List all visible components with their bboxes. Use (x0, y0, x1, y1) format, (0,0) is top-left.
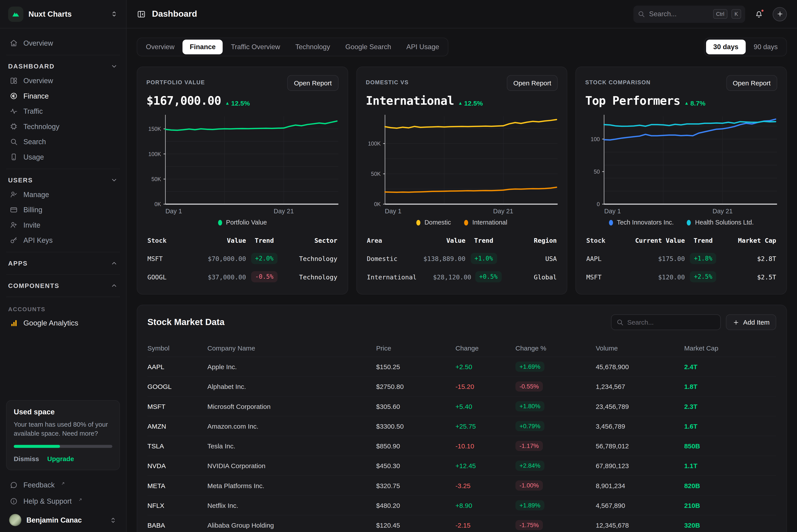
tab-overview[interactable]: Overview (139, 39, 182, 54)
table-row-googl[interactable]: GOOGLAlphabet Inc.$2750.80-15.20-0.55%1,… (147, 376, 776, 396)
group-toggle-users[interactable]: USERS (6, 173, 120, 187)
user-check-icon (9, 190, 18, 199)
nav-group-components: COMPONENTS (6, 275, 120, 297)
sidebar-item-traffic[interactable]: Traffic (6, 103, 120, 119)
sidebar-item-overview[interactable]: Overview (6, 73, 120, 88)
card-table-row: MSFT$120.00+2.5%$2.5T (585, 268, 777, 286)
company-cell: NVIDIA Corporation (207, 462, 376, 470)
used-space-progressbar (14, 445, 112, 448)
kbd-ctrl: Ctrl (713, 9, 728, 19)
sidebar-item-label: Invite (23, 221, 40, 229)
nav-accounts-group: ACCOUNTS Google Analytics (6, 297, 120, 335)
global-search[interactable]: Ctrl K (633, 5, 745, 23)
plus-icon (776, 10, 784, 18)
main-area: Dashboard Ctrl K OverviewFinanceTraffic … (127, 0, 797, 532)
chart-x-labels: Day 1Day 21 (585, 208, 777, 216)
change-cell: +5.40 (455, 402, 515, 410)
legend-item: Domestic (416, 219, 451, 226)
user-plus-icon (9, 220, 18, 230)
table-row-amzn[interactable]: AMZNAmazon.com Inc.$3300.50+25.75+0.79%3… (147, 416, 776, 436)
sidebar-item-manage[interactable]: Manage (6, 187, 120, 202)
sidebar-item-label: Manage (23, 190, 49, 198)
workspace-switcher[interactable]: Nuxt Charts (0, 0, 126, 28)
user-name: Benjamin Canac (26, 516, 104, 524)
table-row-aapl[interactable]: AAPLApple Inc.$150.25+2.50+1.69%45,678,9… (147, 357, 776, 376)
sidebar-item-invite[interactable]: Invite (6, 217, 120, 232)
svg-text:100K: 100K (148, 151, 161, 157)
price-cell: $305.60 (376, 402, 455, 410)
collapse-sidebar-button[interactable] (137, 10, 146, 19)
add-item-button[interactable]: Add Item (726, 314, 776, 330)
chip-icon (9, 122, 18, 131)
user-menu[interactable]: Benjamin Canac (6, 510, 120, 527)
change-pct-badge: -1.00% (515, 480, 543, 491)
notifications-button[interactable] (754, 10, 764, 19)
sidebar-item-label: API Keys (23, 236, 53, 244)
used-space-title: Used space (14, 408, 112, 416)
chart-card: DOMESTIC VS Open Report International ▲1… (356, 66, 567, 294)
company-cell: Microsoft Corporation (207, 402, 376, 410)
table-search-input[interactable] (627, 319, 716, 326)
search-icon (637, 10, 645, 18)
price-cell: $480.20 (376, 501, 455, 509)
range-30-days[interactable]: 30 days (706, 39, 745, 54)
tab-google-search[interactable]: Google Search (338, 39, 398, 54)
table-row-msft[interactable]: MSFTMicrosoft Corporation$305.60+5.40+1.… (147, 396, 776, 416)
sidebar-item-google-analytics[interactable]: Google Analytics (6, 316, 120, 330)
nav-top-group: Overview (6, 32, 120, 55)
sidebar-item-usage[interactable]: Usage (6, 149, 120, 165)
table-row-nflx[interactable]: NFLXNetflix Inc.$480.20+8.90+1.89%4,567,… (147, 495, 776, 515)
change-cell: -10.10 (455, 442, 515, 450)
table-search[interactable] (611, 314, 721, 330)
kbd-k: K (731, 9, 741, 19)
activity-icon (9, 107, 18, 116)
legend-dot-icon (609, 220, 613, 225)
card-table-header: AreaValueTrendRegion (366, 233, 558, 249)
group-toggle-apps[interactable]: APPS (6, 256, 120, 270)
tab-technology[interactable]: Technology (288, 39, 337, 54)
search-input[interactable] (649, 10, 709, 18)
card-table-row: Domestic$138,889.00+1.0%USA (366, 249, 558, 268)
sidebar-item-technology[interactable]: Technology (6, 119, 120, 134)
nav-group-users: USERSManageBillingInviteAPI Keys (6, 169, 120, 252)
table-row-tsla[interactable]: TSLATesla Inc.$850.90-10.10-1.17%56,789,… (147, 436, 776, 455)
progress-fill (14, 445, 60, 448)
table-row-baba[interactable]: BABAAlibaba Group Holding$120.45-2.15-1.… (147, 515, 776, 532)
svg-text:50K: 50K (371, 171, 380, 177)
open-report-button[interactable]: Open Report (726, 75, 777, 91)
column-header-market-cap: Market Cap (684, 344, 776, 352)
open-report-button[interactable]: Open Report (507, 75, 558, 91)
group-toggle-components[interactable]: COMPONENTS (6, 279, 120, 292)
upgrade-button[interactable]: Upgrade (47, 455, 74, 463)
range-90-days[interactable]: 90 days (746, 39, 785, 54)
group-toggle-dashboard[interactable]: DASHBOARD (6, 59, 120, 73)
group-label: APPS (8, 260, 28, 267)
svg-text:0: 0 (597, 201, 600, 207)
tab-traffic-overview[interactable]: Traffic Overview (224, 39, 287, 54)
delta-badge: ▲8.7% (684, 100, 705, 107)
sidebar-item-overview[interactable]: Overview (6, 36, 120, 51)
market-cap-cell: 320B (684, 521, 776, 529)
sidebar-item-api-keys[interactable]: API Keys (6, 233, 120, 248)
used-space-card: Used space Your team has used 80% of you… (6, 400, 120, 470)
dismiss-button[interactable]: Dismiss (14, 455, 39, 463)
chevron-up-icon (110, 282, 118, 289)
sidebar-item-finance[interactable]: Finance (6, 89, 120, 103)
nav-group-apps: APPS (6, 252, 120, 275)
legend-label: Domestic (424, 219, 451, 226)
sidebar-item-billing[interactable]: Billing (6, 202, 120, 217)
tab-api-usage[interactable]: API Usage (399, 39, 446, 54)
legend-dot-icon (687, 220, 691, 225)
tab-finance[interactable]: Finance (183, 39, 223, 54)
table-row-meta[interactable]: METAMeta Platforms Inc.$320.75-3.25-1.00… (147, 475, 776, 495)
open-report-button[interactable]: Open Report (287, 75, 338, 91)
add-new-button[interactable] (773, 7, 787, 21)
symbol-cell: TSLA (147, 442, 207, 450)
page-title: Dashboard (152, 9, 627, 19)
layout-icon (9, 76, 18, 86)
sidebar-item-help-support[interactable]: Help & Support (6, 494, 120, 509)
nav-group-dashboard: DASHBOARDOverviewFinanceTrafficTechnolog… (6, 55, 120, 169)
table-row-nvda[interactable]: NVDANVIDIA Corporation$450.30+12.45+2.84… (147, 456, 776, 475)
sidebar-item-feedback[interactable]: Feedback (6, 477, 120, 493)
sidebar-item-search[interactable]: Search (6, 134, 120, 149)
